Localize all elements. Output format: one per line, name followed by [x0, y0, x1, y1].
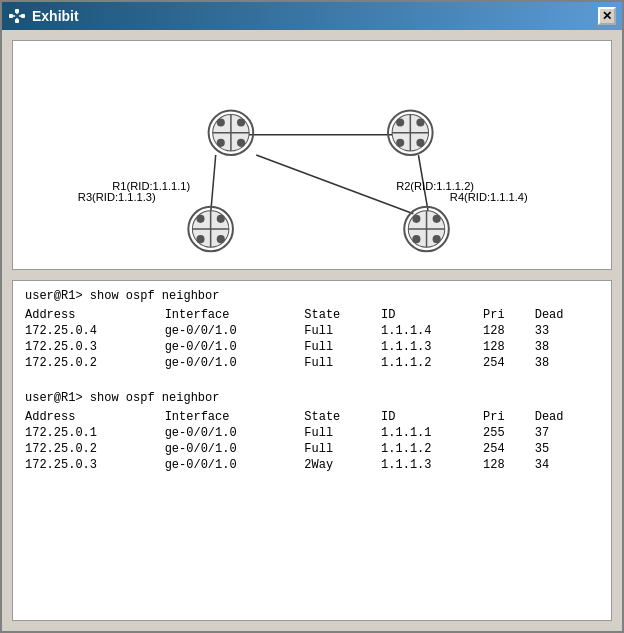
table-cell: 1.1.1.1: [381, 425, 483, 441]
table-cell: Full: [304, 339, 381, 355]
col-interface-1: Interface: [165, 307, 305, 323]
svg-point-17: [237, 119, 245, 127]
table-cell: 35: [535, 441, 599, 457]
svg-point-25: [396, 119, 404, 127]
svg-point-45: [412, 235, 420, 243]
ospf-table-2-header: Address Interface State ID Pri Dead: [25, 409, 599, 425]
col-address-1: Address: [25, 307, 165, 323]
table-cell: 254: [483, 355, 535, 371]
svg-rect-1: [21, 14, 25, 18]
col-pri-2: Pri: [483, 409, 535, 425]
svg-point-19: [237, 139, 245, 147]
svg-point-27: [396, 139, 404, 147]
table-cell: Full: [304, 425, 381, 441]
col-address-2: Address: [25, 409, 165, 425]
table-cell: 1.1.1.2: [381, 355, 483, 371]
svg-point-26: [416, 119, 424, 127]
svg-point-43: [412, 215, 420, 223]
svg-point-18: [217, 139, 225, 147]
table-cell: 254: [483, 441, 535, 457]
svg-line-10: [256, 155, 413, 214]
table-row: 172.25.0.1ge-0/0/1.0Full1.1.1.125537: [25, 425, 599, 441]
table-cell: 255: [483, 425, 535, 441]
svg-point-16: [217, 119, 225, 127]
table-cell: ge-0/0/1.0: [165, 425, 305, 441]
svg-point-34: [196, 215, 204, 223]
table-cell: 1.1.1.4: [381, 323, 483, 339]
table-cell: 1.1.1.3: [381, 457, 483, 473]
svg-text:R4(RID:1.1.1.4): R4(RID:1.1.1.4): [450, 191, 528, 203]
table-cell: 34: [535, 457, 599, 473]
svg-rect-2: [15, 9, 19, 13]
table-cell: 33: [535, 323, 599, 339]
svg-point-28: [416, 139, 424, 147]
ospf-panel: user@R1> show ospf neighbor Address Inte…: [12, 280, 612, 621]
table-row: 172.25.0.4ge-0/0/1.0Full1.1.1.412833: [25, 323, 599, 339]
router-r3: R3(RID:1.1.1.3): [78, 191, 233, 252]
table-cell: ge-0/0/1.0: [165, 355, 305, 371]
svg-rect-0: [9, 14, 13, 18]
router-r2: R2(RID:1.1.1.2): [388, 110, 474, 192]
col-dead-1: Dead: [535, 307, 599, 323]
table-cell: ge-0/0/1.0: [165, 339, 305, 355]
router-r4: R4(RID:1.1.1.4): [404, 191, 528, 252]
table-cell: 172.25.0.3: [25, 339, 165, 355]
router-r1: R1(RID:1.1.1.1): [112, 110, 253, 192]
table-cell: 128: [483, 323, 535, 339]
table-cell: 37: [535, 425, 599, 441]
table-cell: 38: [535, 339, 599, 355]
title-bar-left: Exhibit: [8, 7, 79, 25]
col-pri-1: Pri: [483, 307, 535, 323]
ospf-table-1: Address Interface State ID Pri Dead 172.…: [25, 307, 599, 371]
col-dead-2: Dead: [535, 409, 599, 425]
svg-text:R3(RID:1.1.1.3): R3(RID:1.1.1.3): [78, 191, 156, 203]
table-cell: 1.1.1.2: [381, 441, 483, 457]
table-row: 172.25.0.3ge-0/0/1.02Way1.1.1.312834: [25, 457, 599, 473]
table-cell: 172.25.0.2: [25, 355, 165, 371]
ospf-table-1-header: Address Interface State ID Pri Dead: [25, 307, 599, 323]
table-cell: 172.25.0.2: [25, 441, 165, 457]
table-cell: ge-0/0/1.0: [165, 441, 305, 457]
main-content: R1(RID:1.1.1.1) R2(RID:1.1.1.2): [2, 30, 622, 631]
window-title: Exhibit: [32, 8, 79, 24]
exhibit-window: Exhibit ✕: [0, 0, 624, 633]
table-row: 172.25.0.3ge-0/0/1.0Full1.1.1.312838: [25, 339, 599, 355]
table-cell: 1.1.1.3: [381, 339, 483, 355]
ospf-command-1: user@R1> show ospf neighbor: [25, 289, 599, 303]
table-cell: Full: [304, 323, 381, 339]
table-cell: 172.25.0.1: [25, 425, 165, 441]
table-cell: 2Way: [304, 457, 381, 473]
svg-point-37: [217, 235, 225, 243]
table-cell: 172.25.0.3: [25, 457, 165, 473]
table-cell: Full: [304, 355, 381, 371]
table-row: 172.25.0.2ge-0/0/1.0Full1.1.1.225435: [25, 441, 599, 457]
svg-point-46: [433, 235, 441, 243]
svg-point-36: [196, 235, 204, 243]
close-button[interactable]: ✕: [598, 7, 616, 25]
col-state-2: State: [304, 409, 381, 425]
ospf-table-2: Address Interface State ID Pri Dead 172.…: [25, 409, 599, 473]
col-state-1: State: [304, 307, 381, 323]
ospf-command-2: user@R1> show ospf neighbor: [25, 391, 599, 405]
network-diagram: R1(RID:1.1.1.1) R2(RID:1.1.1.2): [12, 40, 612, 270]
table-cell: Full: [304, 441, 381, 457]
svg-line-9: [211, 155, 216, 214]
table-cell: ge-0/0/1.0: [165, 457, 305, 473]
title-bar: Exhibit ✕: [2, 2, 622, 30]
table-cell: 172.25.0.4: [25, 323, 165, 339]
svg-rect-3: [15, 19, 19, 23]
svg-point-44: [433, 215, 441, 223]
col-interface-2: Interface: [165, 409, 305, 425]
table-cell: ge-0/0/1.0: [165, 323, 305, 339]
col-id-1: ID: [381, 307, 483, 323]
table-cell: 128: [483, 457, 535, 473]
table-cell: 128: [483, 339, 535, 355]
app-icon: [8, 7, 26, 25]
table-cell: 38: [535, 355, 599, 371]
svg-point-35: [217, 215, 225, 223]
table-row: 172.25.0.2ge-0/0/1.0Full1.1.1.225438: [25, 355, 599, 371]
col-id-2: ID: [381, 409, 483, 425]
